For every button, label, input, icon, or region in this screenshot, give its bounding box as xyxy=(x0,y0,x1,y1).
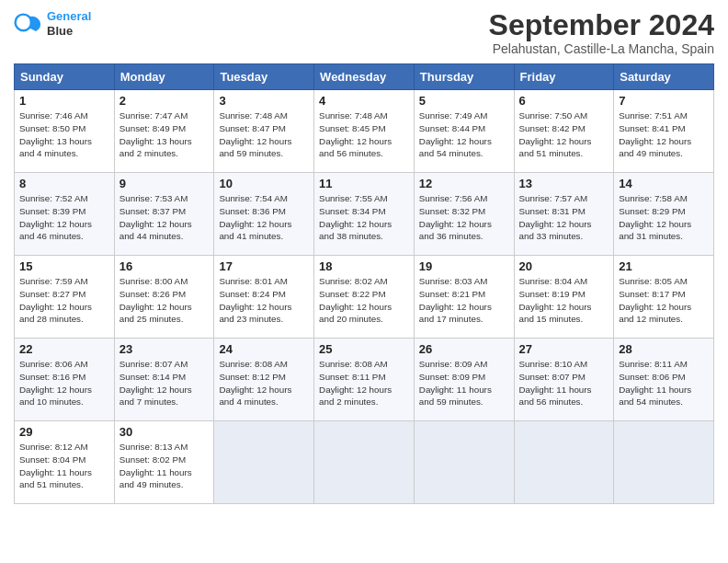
calendar-cell: 11Sunrise: 7:55 AM Sunset: 8:34 PM Dayli… xyxy=(314,173,415,256)
day-info: Sunrise: 7:53 AM Sunset: 8:37 PM Dayligh… xyxy=(119,192,210,243)
calendar-cell: 20Sunrise: 8:04 AM Sunset: 8:19 PM Dayli… xyxy=(514,256,614,339)
day-info: Sunrise: 8:09 AM Sunset: 8:09 PM Dayligh… xyxy=(419,358,509,408)
calendar-cell: 26Sunrise: 8:09 AM Sunset: 8:09 PM Dayli… xyxy=(414,339,514,421)
calendar-cell: 12Sunrise: 7:56 AM Sunset: 8:32 PM Dayli… xyxy=(414,173,514,256)
header-thursday: Thursday xyxy=(414,64,514,90)
svg-point-0 xyxy=(16,15,32,31)
day-info: Sunrise: 8:05 AM Sunset: 8:17 PM Dayligh… xyxy=(619,275,709,326)
calendar-week-row: 15Sunrise: 7:59 AM Sunset: 8:27 PM Dayli… xyxy=(15,256,714,339)
day-number: 2 xyxy=(119,94,210,108)
logo-icon xyxy=(14,9,43,39)
calendar-cell: 7Sunrise: 7:51 AM Sunset: 8:41 PM Daylig… xyxy=(614,90,714,173)
calendar-cell: 13Sunrise: 7:57 AM Sunset: 8:31 PM Dayli… xyxy=(514,173,614,256)
day-info: Sunrise: 7:50 AM Sunset: 8:42 PM Dayligh… xyxy=(519,109,609,160)
day-number: 8 xyxy=(19,177,109,190)
calendar-cell: 27Sunrise: 8:10 AM Sunset: 8:07 PM Dayli… xyxy=(514,339,614,421)
day-number: 1 xyxy=(19,94,109,108)
day-number: 15 xyxy=(19,259,109,273)
day-info: Sunrise: 7:52 AM Sunset: 8:39 PM Dayligh… xyxy=(19,192,109,243)
day-info: Sunrise: 8:13 AM Sunset: 8:02 PM Dayligh… xyxy=(119,441,210,491)
logo: General Blue xyxy=(14,9,91,39)
calendar-body: 1Sunrise: 7:46 AM Sunset: 8:50 PM Daylig… xyxy=(15,90,714,504)
day-info: Sunrise: 7:47 AM Sunset: 8:49 PM Dayligh… xyxy=(119,109,210,160)
calendar-cell: 5Sunrise: 7:49 AM Sunset: 8:44 PM Daylig… xyxy=(414,90,514,173)
calendar-cell: 4Sunrise: 7:48 AM Sunset: 8:45 PM Daylig… xyxy=(314,90,415,173)
day-number: 16 xyxy=(119,259,210,273)
day-info: Sunrise: 7:54 AM Sunset: 8:36 PM Dayligh… xyxy=(219,192,309,243)
calendar-week-row: 8Sunrise: 7:52 AM Sunset: 8:39 PM Daylig… xyxy=(15,173,714,256)
calendar-cell: 16Sunrise: 8:00 AM Sunset: 8:26 PM Dayli… xyxy=(114,256,214,339)
calendar-cell: 1Sunrise: 7:46 AM Sunset: 8:50 PM Daylig… xyxy=(15,90,115,173)
header-sunday: Sunday xyxy=(15,64,115,90)
day-number: 9 xyxy=(119,177,210,190)
day-info: Sunrise: 8:01 AM Sunset: 8:24 PM Dayligh… xyxy=(219,275,309,326)
day-number: 22 xyxy=(19,342,109,356)
day-info: Sunrise: 8:04 AM Sunset: 8:19 PM Dayligh… xyxy=(519,275,609,326)
day-number: 5 xyxy=(419,94,509,108)
weekday-header-row: Sunday Monday Tuesday Wednesday Thursday… xyxy=(15,64,714,90)
calendar-cell xyxy=(314,421,415,504)
day-info: Sunrise: 8:11 AM Sunset: 8:06 PM Dayligh… xyxy=(619,358,709,408)
calendar-cell: 8Sunrise: 7:52 AM Sunset: 8:39 PM Daylig… xyxy=(15,173,115,256)
calendar-cell: 3Sunrise: 7:48 AM Sunset: 8:47 PM Daylig… xyxy=(214,90,314,173)
day-number: 19 xyxy=(419,259,509,273)
day-number: 14 xyxy=(619,177,709,190)
location: Pelahustan, Castille-La Mancha, Spain xyxy=(489,41,714,56)
day-info: Sunrise: 7:59 AM Sunset: 8:27 PM Dayligh… xyxy=(19,275,109,326)
day-number: 6 xyxy=(519,94,609,108)
calendar-cell xyxy=(514,421,614,504)
logo-text: General Blue xyxy=(47,9,91,38)
day-info: Sunrise: 7:58 AM Sunset: 8:29 PM Dayligh… xyxy=(619,192,709,243)
day-info: Sunrise: 8:08 AM Sunset: 8:11 PM Dayligh… xyxy=(319,358,409,408)
calendar-cell: 30Sunrise: 8:13 AM Sunset: 8:02 PM Dayli… xyxy=(114,421,214,504)
calendar-cell: 23Sunrise: 8:07 AM Sunset: 8:14 PM Dayli… xyxy=(114,339,214,421)
day-number: 3 xyxy=(219,94,309,108)
day-info: Sunrise: 8:00 AM Sunset: 8:26 PM Dayligh… xyxy=(119,275,210,326)
calendar-cell xyxy=(614,421,714,504)
day-info: Sunrise: 8:06 AM Sunset: 8:16 PM Dayligh… xyxy=(19,358,109,408)
day-number: 7 xyxy=(619,94,709,108)
calendar-cell: 6Sunrise: 7:50 AM Sunset: 8:42 PM Daylig… xyxy=(514,90,614,173)
day-info: Sunrise: 7:57 AM Sunset: 8:31 PM Dayligh… xyxy=(519,192,609,243)
day-info: Sunrise: 8:08 AM Sunset: 8:12 PM Dayligh… xyxy=(219,358,309,408)
page-container: General Blue September 2024 Pelahustan, … xyxy=(0,0,728,518)
calendar-cell: 25Sunrise: 8:08 AM Sunset: 8:11 PM Dayli… xyxy=(314,339,415,421)
day-info: Sunrise: 7:55 AM Sunset: 8:34 PM Dayligh… xyxy=(319,192,409,243)
month-title: September 2024 xyxy=(489,9,714,41)
calendar-week-row: 1Sunrise: 7:46 AM Sunset: 8:50 PM Daylig… xyxy=(15,90,714,173)
header-saturday: Saturday xyxy=(614,64,714,90)
calendar-table: Sunday Monday Tuesday Wednesday Thursday… xyxy=(14,63,714,504)
calendar-cell: 15Sunrise: 7:59 AM Sunset: 8:27 PM Dayli… xyxy=(15,256,115,339)
day-number: 27 xyxy=(519,342,609,356)
day-number: 20 xyxy=(519,259,609,273)
calendar-cell: 17Sunrise: 8:01 AM Sunset: 8:24 PM Dayli… xyxy=(214,256,314,339)
day-number: 18 xyxy=(319,259,409,273)
day-info: Sunrise: 7:56 AM Sunset: 8:32 PM Dayligh… xyxy=(419,192,509,243)
calendar-cell xyxy=(214,421,314,504)
header-friday: Friday xyxy=(514,64,614,90)
day-info: Sunrise: 8:03 AM Sunset: 8:21 PM Dayligh… xyxy=(419,275,509,326)
day-number: 17 xyxy=(219,259,309,273)
calendar-cell: 10Sunrise: 7:54 AM Sunset: 8:36 PM Dayli… xyxy=(214,173,314,256)
day-number: 24 xyxy=(219,342,309,356)
page-header: General Blue September 2024 Pelahustan, … xyxy=(14,9,714,56)
calendar-week-row: 29Sunrise: 8:12 AM Sunset: 8:04 PM Dayli… xyxy=(15,421,714,504)
day-number: 26 xyxy=(419,342,509,356)
title-block: September 2024 Pelahustan, Castille-La M… xyxy=(489,9,714,56)
day-number: 11 xyxy=(319,177,409,190)
day-info: Sunrise: 8:02 AM Sunset: 8:22 PM Dayligh… xyxy=(319,275,409,326)
day-number: 29 xyxy=(19,425,109,439)
day-number: 13 xyxy=(519,177,609,190)
day-number: 4 xyxy=(319,94,409,108)
day-info: Sunrise: 7:51 AM Sunset: 8:41 PM Dayligh… xyxy=(619,109,709,160)
day-info: Sunrise: 8:07 AM Sunset: 8:14 PM Dayligh… xyxy=(119,358,210,408)
calendar-week-row: 22Sunrise: 8:06 AM Sunset: 8:16 PM Dayli… xyxy=(15,339,714,421)
header-tuesday: Tuesday xyxy=(214,64,314,90)
day-info: Sunrise: 7:48 AM Sunset: 8:47 PM Dayligh… xyxy=(219,109,309,160)
calendar-cell: 19Sunrise: 8:03 AM Sunset: 8:21 PM Dayli… xyxy=(414,256,514,339)
day-number: 30 xyxy=(119,425,210,439)
day-number: 12 xyxy=(419,177,509,190)
header-monday: Monday xyxy=(114,64,214,90)
header-wednesday: Wednesday xyxy=(314,64,415,90)
day-info: Sunrise: 8:12 AM Sunset: 8:04 PM Dayligh… xyxy=(19,441,109,491)
